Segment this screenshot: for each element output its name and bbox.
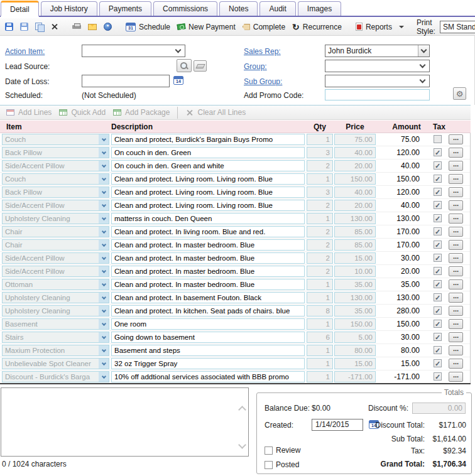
description-input[interactable]: Clean and protect. In living room. Blue … xyxy=(111,226,305,237)
price-input[interactable]: 10.00 xyxy=(334,266,376,277)
item-select[interactable]: Upholstery Cleaning xyxy=(2,305,109,316)
tab-notes[interactable]: Notes xyxy=(219,1,258,16)
date-of-loss-calendar-icon[interactable]: 14 xyxy=(173,76,183,85)
price-input[interactable]: 15.00 xyxy=(334,252,376,264)
action-item-link[interactable]: Action Item: xyxy=(5,47,45,56)
scroll-up-icon[interactable] xyxy=(238,406,246,414)
lead-source-search-button[interactable] xyxy=(177,59,192,72)
chevron-down-icon[interactable] xyxy=(99,319,109,329)
description-input[interactable]: On couch in den. Green and white xyxy=(111,160,305,171)
price-input[interactable]: 5.00 xyxy=(334,332,376,343)
row-options-button[interactable]: ... xyxy=(449,227,463,237)
item-select[interactable]: Back Pillow xyxy=(2,147,109,158)
item-select[interactable]: Upholstery Cleaning xyxy=(2,292,109,303)
chevron-down-icon[interactable] xyxy=(99,214,109,224)
save-close-button[interactable] xyxy=(19,21,30,32)
price-input[interactable]: 35.00 xyxy=(334,279,376,290)
qty-input[interactable]: 1 xyxy=(307,134,333,145)
qty-input[interactable]: 2 xyxy=(307,160,333,171)
price-input[interactable]: 130.00 xyxy=(334,292,376,303)
chevron-down-icon[interactable] xyxy=(99,134,109,144)
lead-source-clear-button[interactable] xyxy=(194,60,207,72)
tax-checkbox[interactable]: ✓ xyxy=(434,188,442,196)
tab-commissions[interactable]: Commissions xyxy=(153,1,217,16)
tab-payments[interactable]: Payments xyxy=(99,1,151,16)
row-options-button[interactable]: ... xyxy=(449,187,463,197)
qty-input[interactable]: 2 xyxy=(307,226,333,237)
qty-input[interactable]: 1 xyxy=(307,345,333,356)
price-input[interactable]: 80.00 xyxy=(334,345,376,356)
map-button[interactable]: * xyxy=(102,21,113,32)
tax-checkbox[interactable]: ✓ xyxy=(434,346,442,354)
price-input[interactable]: 75.00 xyxy=(334,134,376,145)
item-select[interactable]: Back Pillow xyxy=(2,187,109,198)
item-select[interactable]: Couch xyxy=(2,134,109,145)
row-options-button[interactable]: ... xyxy=(449,148,463,158)
description-input[interactable]: Clean and protect. In master bedroom. Bl… xyxy=(111,266,305,277)
description-input[interactable]: Clean and protect. Living room. Living r… xyxy=(111,187,305,198)
save-button[interactable] xyxy=(4,21,14,32)
qty-input[interactable]: 2 xyxy=(307,200,333,211)
print-button[interactable] xyxy=(71,22,82,31)
description-input[interactable]: Clean and protect. In basement Fouton. B… xyxy=(111,292,305,303)
description-input[interactable]: Basement and steps xyxy=(111,345,305,356)
description-input[interactable]: Clean and protect, Burdick's Bargain Buy… xyxy=(111,134,305,145)
chevron-down-icon[interactable] xyxy=(99,240,109,250)
tax-checkbox[interactable]: ✓ xyxy=(434,241,442,249)
qty-input[interactable]: 1 xyxy=(307,358,333,369)
item-select[interactable]: Side/Accent Pillow xyxy=(2,266,109,277)
recurrence-button[interactable]: ↻ Recurrence xyxy=(291,21,343,33)
row-options-button[interactable]: ... xyxy=(449,332,463,342)
tax-checkbox[interactable]: ✓ xyxy=(434,254,442,262)
item-select[interactable]: Maxium Protection xyxy=(2,345,109,356)
tab-audit[interactable]: Audit xyxy=(259,1,295,16)
chevron-down-icon[interactable] xyxy=(99,253,109,263)
qty-input[interactable]: 2 xyxy=(307,239,333,251)
item-select[interactable]: Discount - Burdick's Barga xyxy=(2,371,109,382)
tax-checkbox[interactable]: ✓ xyxy=(434,293,442,301)
row-options-button[interactable]: ... xyxy=(449,253,463,263)
tax-checkbox[interactable]: ✓ xyxy=(434,201,442,209)
chevron-down-icon[interactable] xyxy=(99,266,109,276)
schedule-button[interactable]: 31 Schedule xyxy=(124,21,172,33)
chevron-down-icon[interactable] xyxy=(99,332,109,342)
price-input[interactable]: 20.00 xyxy=(334,160,376,171)
chevron-down-icon[interactable] xyxy=(99,200,109,210)
row-options-button[interactable]: ... xyxy=(449,372,463,382)
chevron-down-icon[interactable] xyxy=(99,174,109,184)
row-options-button[interactable]: ... xyxy=(449,319,463,329)
tax-checkbox[interactable]: ✓ xyxy=(434,161,442,170)
tax-checkbox[interactable]: ✓ xyxy=(434,333,442,341)
chevron-down-icon[interactable] xyxy=(99,306,109,316)
description-input[interactable]: One room xyxy=(111,318,305,330)
row-options-button[interactable]: ... xyxy=(449,161,463,171)
price-input[interactable]: 130.00 xyxy=(334,213,376,224)
qty-input[interactable]: 1 xyxy=(307,173,333,185)
qty-input[interactable]: 1 xyxy=(307,292,333,303)
description-input[interactable]: 32 oz Trigger Spray xyxy=(111,358,305,369)
row-options-button[interactable]: ... xyxy=(449,214,463,224)
sub-group-link[interactable]: Sub Group: xyxy=(244,77,282,86)
item-select[interactable]: Chair xyxy=(2,226,109,237)
sales-rep-select[interactable]: John Burdick xyxy=(325,45,430,57)
sub-group-select[interactable] xyxy=(325,75,430,87)
qty-input[interactable]: 3 xyxy=(307,187,333,198)
tax-checkbox[interactable]: ✓ xyxy=(434,227,442,235)
sales-rep-link[interactable]: Sales Rep: xyxy=(244,47,281,56)
price-input[interactable]: 40.00 xyxy=(334,187,376,198)
review-checkbox[interactable]: Review xyxy=(265,446,300,455)
tax-checkbox[interactable]: ✓ xyxy=(434,267,442,275)
qty-input[interactable]: 1 xyxy=(307,213,333,224)
tax-checkbox[interactable]: ✓ xyxy=(434,175,442,183)
row-options-button[interactable]: ... xyxy=(449,293,463,303)
reports-dropdown-arrow-icon[interactable] xyxy=(399,26,404,28)
promo-code-input[interactable] xyxy=(325,89,430,100)
item-select[interactable]: Upholstery Cleaning xyxy=(2,213,109,224)
row-options-button[interactable]: ... xyxy=(449,266,463,276)
group-select[interactable] xyxy=(325,60,430,72)
email-button[interactable] xyxy=(87,23,98,31)
description-input[interactable]: Clean and protect. In kitchen. Seat pads… xyxy=(111,305,305,316)
description-input[interactable]: Clean and protect. Living room. Living r… xyxy=(111,173,305,185)
row-options-button[interactable]: ... xyxy=(449,134,463,144)
tax-checkbox[interactable]: ✓ xyxy=(434,372,442,381)
